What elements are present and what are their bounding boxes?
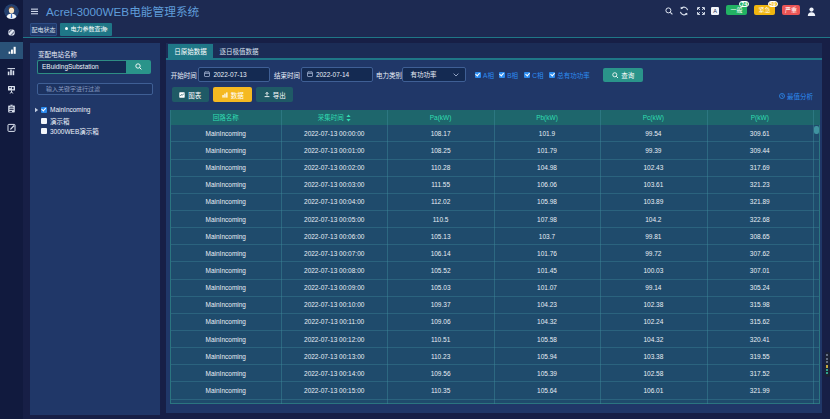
svg-text:A: A	[713, 8, 717, 14]
